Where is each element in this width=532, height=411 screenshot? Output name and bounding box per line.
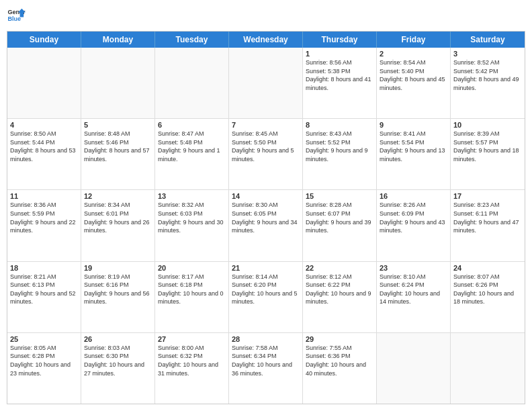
calendar-cell: 11Sunrise: 8:36 AMSunset: 5:59 PMDayligh… — [7, 190, 81, 261]
day-number: 15 — [306, 192, 373, 200]
svg-text:Blue: Blue — [7, 15, 21, 22]
calendar-cell: 3Sunrise: 8:52 AMSunset: 5:42 PMDaylight… — [451, 48, 525, 118]
calendar-cell: 27Sunrise: 8:00 AMSunset: 6:32 PMDayligh… — [155, 333, 229, 404]
calendar-cell: 23Sunrise: 8:10 AMSunset: 6:24 PMDayligh… — [377, 262, 451, 332]
day-number: 6 — [158, 121, 226, 129]
cell-info: Sunrise: 8:07 AMSunset: 6:26 PMDaylight:… — [453, 273, 522, 306]
calendar-cell: 4Sunrise: 8:50 AMSunset: 5:44 PMDaylight… — [7, 119, 81, 189]
day-number: 2 — [380, 50, 447, 58]
cell-info: Sunrise: 8:36 AMSunset: 5:59 PMDaylight:… — [10, 201, 78, 234]
calendar-row-3: 18Sunrise: 8:21 AMSunset: 6:13 PMDayligh… — [7, 262, 525, 333]
cell-info: Sunrise: 8:14 AMSunset: 6:20 PMDaylight:… — [232, 273, 300, 306]
cell-info: Sunrise: 8:47 AMSunset: 5:48 PMDaylight:… — [158, 130, 226, 163]
calendar-cell: 28Sunrise: 7:58 AMSunset: 6:34 PMDayligh… — [229, 333, 303, 404]
calendar-header: SundayMondayTuesdayWednesdayThursdayFrid… — [7, 32, 525, 48]
day-number: 5 — [84, 121, 152, 129]
cell-info: Sunrise: 7:58 AMSunset: 6:34 PMDaylight:… — [232, 344, 300, 377]
calendar-cell: 20Sunrise: 8:17 AMSunset: 6:18 PMDayligh… — [155, 262, 229, 332]
day-number: 1 — [306, 50, 373, 58]
cell-info: Sunrise: 8:54 AMSunset: 5:40 PMDaylight:… — [380, 58, 447, 92]
day-number: 16 — [380, 192, 447, 200]
calendar-cell: 14Sunrise: 8:30 AMSunset: 6:05 PMDayligh… — [229, 190, 303, 261]
cell-info: Sunrise: 8:41 AMSunset: 5:54 PMDaylight:… — [380, 130, 447, 163]
calendar-cell: 2Sunrise: 8:54 AMSunset: 5:40 PMDaylight… — [377, 48, 451, 118]
calendar-cell: 24Sunrise: 8:07 AMSunset: 6:26 PMDayligh… — [451, 262, 525, 332]
day-number: 3 — [453, 50, 522, 58]
day-number: 21 — [232, 264, 300, 272]
calendar-row-0: 1Sunrise: 8:56 AMSunset: 5:38 PMDaylight… — [7, 48, 525, 119]
day-number: 12 — [84, 192, 152, 200]
day-number: 20 — [158, 264, 226, 272]
day-header-thursday: Thursday — [303, 32, 377, 48]
cell-info: Sunrise: 8:26 AMSunset: 6:09 PMDaylight:… — [380, 201, 447, 234]
day-header-wednesday: Wednesday — [229, 32, 303, 48]
cell-info: Sunrise: 8:28 AMSunset: 6:07 PMDaylight:… — [306, 201, 373, 234]
day-number: 10 — [453, 121, 522, 129]
cell-info: Sunrise: 8:39 AMSunset: 5:57 PMDaylight:… — [453, 130, 522, 163]
calendar-cell: 12Sunrise: 8:34 AMSunset: 6:01 PMDayligh… — [81, 190, 155, 261]
day-number: 7 — [232, 121, 300, 129]
day-number: 4 — [10, 121, 78, 129]
calendar-row-2: 11Sunrise: 8:36 AMSunset: 5:59 PMDayligh… — [7, 190, 525, 261]
cell-info: Sunrise: 8:03 AMSunset: 6:30 PMDaylight:… — [84, 344, 152, 377]
day-header-monday: Monday — [81, 32, 155, 48]
cell-info: Sunrise: 8:12 AMSunset: 6:22 PMDaylight:… — [306, 273, 373, 306]
cell-info: Sunrise: 7:55 AMSunset: 6:36 PMDaylight:… — [306, 344, 373, 377]
day-header-friday: Friday — [377, 32, 451, 48]
day-number: 17 — [453, 192, 522, 200]
calendar-cell: 6Sunrise: 8:47 AMSunset: 5:48 PMDaylight… — [155, 119, 229, 189]
cell-info: Sunrise: 8:17 AMSunset: 6:18 PMDaylight:… — [158, 273, 226, 306]
calendar-cell: 19Sunrise: 8:19 AMSunset: 6:16 PMDayligh… — [81, 262, 155, 332]
calendar-cell: 15Sunrise: 8:28 AMSunset: 6:07 PMDayligh… — [303, 190, 377, 261]
day-header-saturday: Saturday — [451, 32, 525, 48]
cell-info: Sunrise: 8:48 AMSunset: 5:46 PMDaylight:… — [84, 130, 152, 163]
logo-icon: General Blue — [7, 7, 26, 26]
cell-info: Sunrise: 8:23 AMSunset: 6:11 PMDaylight:… — [453, 201, 522, 234]
day-number: 26 — [84, 335, 152, 343]
cell-info: Sunrise: 8:30 AMSunset: 6:05 PMDaylight:… — [232, 201, 300, 234]
cell-info: Sunrise: 8:10 AMSunset: 6:24 PMDaylight:… — [380, 273, 447, 306]
calendar-row-4: 25Sunrise: 8:05 AMSunset: 6:28 PMDayligh… — [7, 333, 525, 404]
calendar-cell: 17Sunrise: 8:23 AMSunset: 6:11 PMDayligh… — [451, 190, 525, 261]
calendar-cell: 21Sunrise: 8:14 AMSunset: 6:20 PMDayligh… — [229, 262, 303, 332]
day-number: 13 — [158, 192, 226, 200]
calendar-row-1: 4Sunrise: 8:50 AMSunset: 5:44 PMDaylight… — [7, 119, 525, 190]
cell-info: Sunrise: 8:21 AMSunset: 6:13 PMDaylight:… — [10, 273, 78, 306]
day-number: 24 — [453, 264, 522, 272]
day-number: 27 — [158, 335, 226, 343]
cell-info: Sunrise: 8:43 AMSunset: 5:52 PMDaylight:… — [306, 130, 373, 163]
day-number: 19 — [84, 264, 152, 272]
calendar-cell — [229, 48, 303, 118]
calendar-cell: 26Sunrise: 8:03 AMSunset: 6:30 PMDayligh… — [81, 333, 155, 404]
day-header-tuesday: Tuesday — [155, 32, 229, 48]
calendar: SundayMondayTuesdayWednesdayThursdayFrid… — [7, 31, 525, 404]
calendar-cell: 18Sunrise: 8:21 AMSunset: 6:13 PMDayligh… — [7, 262, 81, 332]
calendar-cell: 5Sunrise: 8:48 AMSunset: 5:46 PMDaylight… — [81, 119, 155, 189]
cell-info: Sunrise: 8:52 AMSunset: 5:42 PMDaylight:… — [453, 58, 522, 92]
day-number: 8 — [306, 121, 373, 129]
calendar-cell: 7Sunrise: 8:45 AMSunset: 5:50 PMDaylight… — [229, 119, 303, 189]
calendar-cell: 13Sunrise: 8:32 AMSunset: 6:03 PMDayligh… — [155, 190, 229, 261]
day-number: 14 — [232, 192, 300, 200]
cell-info: Sunrise: 8:19 AMSunset: 6:16 PMDaylight:… — [84, 273, 152, 306]
calendar-cell: 1Sunrise: 8:56 AMSunset: 5:38 PMDaylight… — [303, 48, 377, 118]
day-number: 28 — [232, 335, 300, 343]
calendar-cell: 29Sunrise: 7:55 AMSunset: 6:36 PMDayligh… — [303, 333, 377, 404]
calendar-cell: 22Sunrise: 8:12 AMSunset: 6:22 PMDayligh… — [303, 262, 377, 332]
day-number: 22 — [306, 264, 373, 272]
calendar-body: 1Sunrise: 8:56 AMSunset: 5:38 PMDaylight… — [7, 48, 525, 404]
calendar-cell: 8Sunrise: 8:43 AMSunset: 5:52 PMDaylight… — [303, 119, 377, 189]
logo: General Blue — [7, 7, 26, 26]
calendar-cell: 10Sunrise: 8:39 AMSunset: 5:57 PMDayligh… — [451, 119, 525, 189]
day-number: 25 — [10, 335, 78, 343]
cell-info: Sunrise: 8:05 AMSunset: 6:28 PMDaylight:… — [10, 344, 78, 377]
day-number: 29 — [306, 335, 373, 343]
page-header: General Blue — [7, 7, 525, 26]
calendar-cell — [377, 333, 451, 404]
day-number: 11 — [10, 192, 78, 200]
cell-info: Sunrise: 8:00 AMSunset: 6:32 PMDaylight:… — [158, 344, 226, 377]
cell-info: Sunrise: 8:34 AMSunset: 6:01 PMDaylight:… — [84, 201, 152, 234]
calendar-cell — [7, 48, 81, 118]
calendar-cell: 25Sunrise: 8:05 AMSunset: 6:28 PMDayligh… — [7, 333, 81, 404]
day-number: 23 — [380, 264, 447, 272]
